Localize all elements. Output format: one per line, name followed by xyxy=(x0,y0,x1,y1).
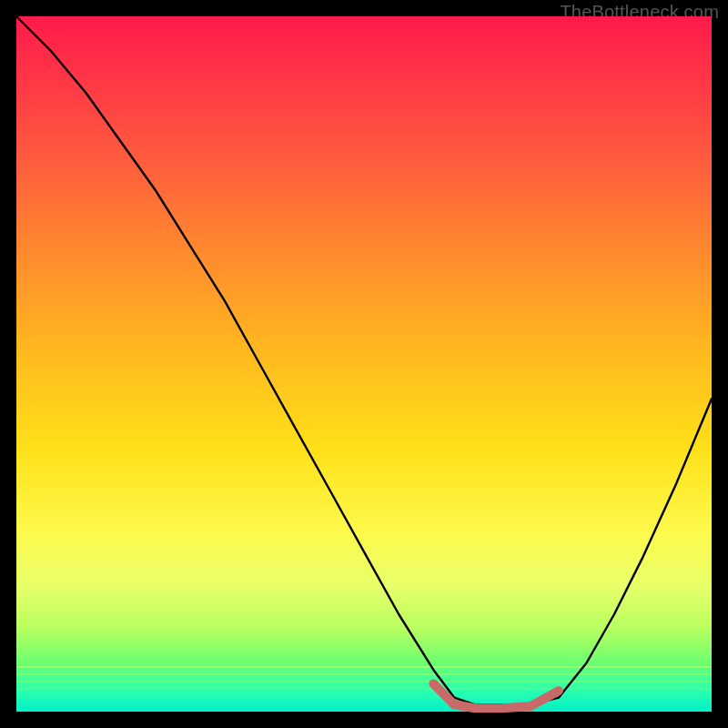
curve-layer xyxy=(16,16,712,712)
chart-frame: TheBottleneck.com xyxy=(0,0,728,728)
bottleneck-curve xyxy=(16,16,712,704)
plot-area xyxy=(16,16,712,712)
